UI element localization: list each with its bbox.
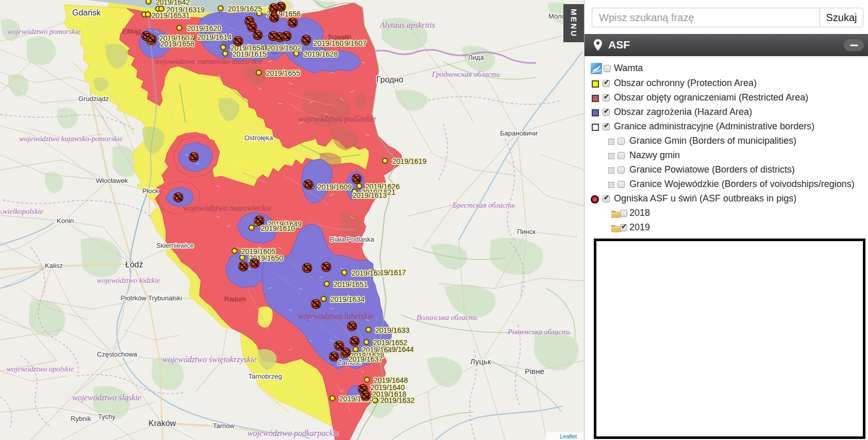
- svg-text:Tarnów: Tarnów: [213, 422, 235, 430]
- svg-text:2019/1608: 2019/1608: [313, 39, 347, 47]
- svg-text:2019/1628: 2019/1628: [304, 50, 338, 58]
- svg-text:2019/1615: 2019/1615: [232, 50, 266, 58]
- svg-text:Leaflet: Leaflet: [560, 433, 577, 439]
- svg-text:Włocławek: Włocławek: [96, 177, 128, 184]
- svg-text:2019/1637: 2019/1637: [348, 355, 382, 363]
- svg-text:Łódź: Łódź: [125, 260, 143, 269]
- svg-text:województwo kujawsko-pomorskie: województwo kujawsko-pomorskie: [19, 134, 123, 143]
- svg-text:Konin: Konin: [57, 217, 74, 225]
- svg-text:2019/1633: 2019/1633: [375, 326, 409, 334]
- svg-text:2019/1602: 2019/1602: [267, 44, 301, 52]
- svg-text:Gdańsk: Gdańsk: [72, 8, 101, 17]
- svg-text:województwo pomorskie: województwo pomorskie: [7, 27, 81, 36]
- svg-text:Гродненская область: Гродненская область: [431, 70, 500, 78]
- svg-text:Пинск: Пинск: [517, 228, 536, 235]
- svg-text:2019/1658: 2019/1658: [160, 40, 194, 48]
- svg-text:Ostrołęka: Ostrołęka: [244, 134, 273, 142]
- svg-text:Radom: Radom: [224, 295, 246, 303]
- svg-text:Барановичи: Барановичи: [500, 129, 538, 137]
- svg-text:Луцьк: Луцьк: [470, 357, 491, 366]
- svg-text:Рівне: Рівне: [525, 367, 544, 376]
- svg-text:Płock: Płock: [142, 187, 159, 195]
- svg-text:Kraków: Kraków: [148, 419, 176, 428]
- svg-text:Гродно: Гродно: [376, 75, 403, 84]
- svg-text:Рівненська область: Рівненська область: [507, 328, 571, 336]
- svg-text:Лида: Лида: [468, 54, 484, 61]
- svg-text:Моло: Моло: [548, 12, 565, 20]
- svg-text:2019/1619: 2019/1619: [392, 157, 426, 165]
- svg-text:o,wielkopolskie: o,wielkopolskie: [0, 207, 43, 215]
- svg-text:województwo warmińsko-mazurski: województwo warmińsko-mazurskie: [155, 57, 263, 65]
- svg-text:Elbląg: Elbląg: [122, 27, 141, 35]
- svg-text:9/1644: 9/1644: [392, 345, 414, 353]
- svg-text:2019/1625: 2019/1625: [228, 5, 262, 13]
- svg-text:województwo podlaskie: województwo podlaskie: [298, 114, 376, 124]
- svg-text:Брестская область: Брестская область: [452, 201, 515, 209]
- svg-text:Tarnobrzeg: Tarnobrzeg: [248, 373, 282, 380]
- svg-text:województwo lubelskie: województwo lubelskie: [298, 312, 374, 321]
- svg-text:2019/1632: 2019/1632: [380, 396, 414, 404]
- svg-text:Piotrków Trybunalski: Piotrków Trybunalski: [121, 294, 182, 302]
- svg-text:województwo mazowieckie: województwo mazowieckie: [183, 204, 272, 213]
- svg-text:9/1607: 9/1607: [344, 39, 366, 47]
- svg-text:Alytaus apskritis: Alytaus apskritis: [379, 21, 435, 30]
- svg-text:Rybnik: Rybnik: [71, 415, 91, 422]
- svg-text:Częstochowa: Częstochowa: [97, 350, 138, 358]
- svg-text:2019/1613: 2019/1613: [353, 191, 387, 199]
- svg-text:2019/1610: 2019/1610: [261, 224, 295, 232]
- svg-text:Skierniewice: Skierniewice: [156, 242, 194, 249]
- svg-text:województwo podkarpackie: województwo podkarpackie: [247, 429, 339, 438]
- svg-text:19/1617: 19/1617: [380, 268, 406, 277]
- svg-text:Grudziądz: Grudziądz: [78, 95, 109, 103]
- svg-text:województwo świętokrzyskie: województwo świętokrzyskie: [162, 355, 257, 364]
- svg-text:2019/1609: 2019/1609: [318, 183, 352, 191]
- svg-text:2019/1620: 2019/1620: [187, 24, 221, 32]
- svg-text:2019/1651: 2019/1651: [333, 280, 368, 289]
- svg-text:województwo śląskie: województwo śląskie: [72, 393, 141, 402]
- svg-text:Kalisz: Kalisz: [45, 262, 63, 269]
- svg-text:2019/1634: 2019/1634: [330, 295, 364, 303]
- svg-text:województwo łódzkie: województwo łódzkie: [97, 276, 160, 284]
- svg-text:Biała Podlaska: Biała Podlaska: [330, 235, 375, 243]
- svg-text:2019/16531: 2019/16531: [152, 11, 190, 20]
- svg-text:Tychy: Tychy: [98, 413, 115, 420]
- svg-text:Волинська область: Волинська область: [416, 313, 477, 321]
- svg-text:2019/1655: 2019/1655: [266, 69, 300, 77]
- svg-text:2019/1614: 2019/1614: [197, 33, 231, 41]
- svg-text:województwo opolskie: województwo opolskie: [7, 365, 74, 373]
